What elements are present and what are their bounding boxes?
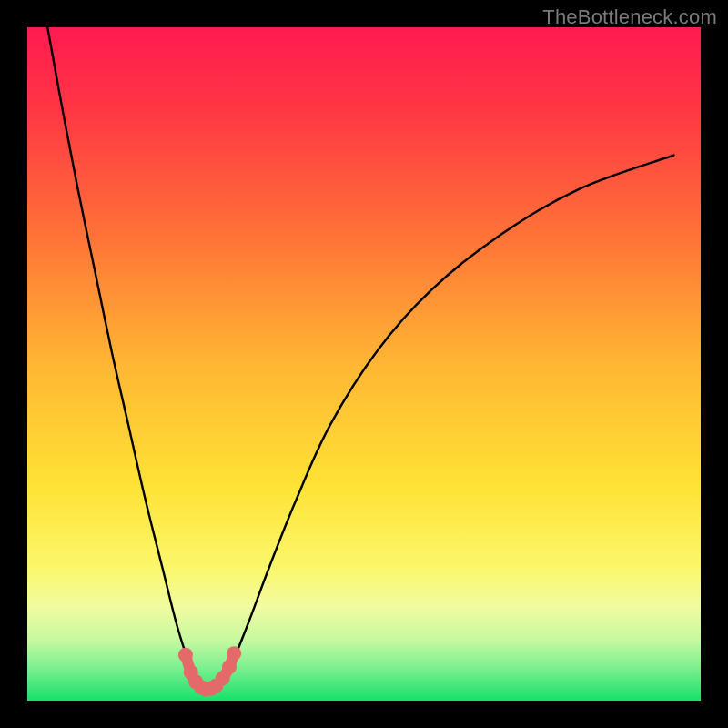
valley-marker: [178, 648, 193, 662]
chart-svg: [27, 27, 701, 701]
chart-background: [27, 27, 701, 701]
valley-marker: [227, 646, 241, 661]
watermark-text: TheBottleneck.com: [542, 5, 717, 29]
chart-frame: [27, 27, 701, 701]
valley-marker: [222, 660, 237, 674]
